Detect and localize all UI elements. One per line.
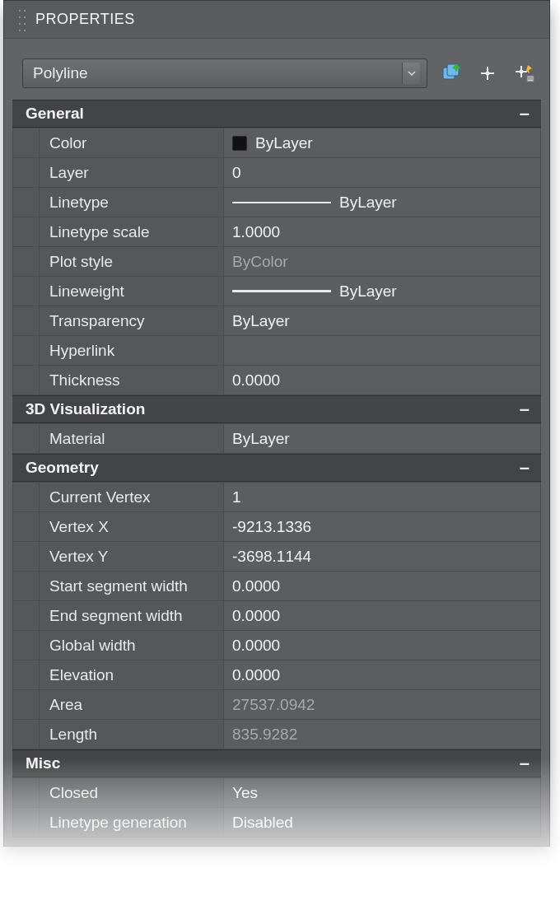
prop-label: Current Vertex	[40, 483, 224, 511]
row-hyperlink[interactable]: Hyperlink	[13, 335, 540, 365]
prop-value[interactable]: -3698.1144	[224, 542, 540, 571]
svg-rect-2	[486, 72, 489, 75]
prop-value[interactable]: Yes	[224, 778, 540, 807]
row-plotstyle[interactable]: Plot style ByColor	[13, 246, 540, 276]
prop-label: Material	[40, 424, 224, 453]
row-closed[interactable]: Closed Yes	[13, 777, 540, 807]
section-header-misc[interactable]: Misc –	[12, 749, 541, 777]
section-header-general[interactable]: General –	[12, 100, 541, 128]
properties-panel: PROPERTIES Polyline	[3, 0, 550, 847]
row-current-vertex[interactable]: Current Vertex 1	[13, 482, 540, 511]
section-rows-geometry: Current Vertex 1 Vertex X -9213.1336 Ver…	[12, 482, 541, 749]
row-color[interactable]: Color ByLayer	[13, 128, 540, 157]
row-vertex-x[interactable]: Vertex X -9213.1336	[13, 511, 540, 541]
prop-label: Vertex Y	[40, 542, 224, 571]
color-swatch-icon	[232, 136, 247, 151]
prop-value[interactable]: 0.0000	[224, 366, 540, 394]
row-transparency[interactable]: Transparency ByLayer	[13, 306, 540, 335]
prop-label: Linetype scale	[40, 217, 224, 246]
prop-value[interactable]: ByLayer	[224, 128, 540, 157]
row-ltgen[interactable]: Linetype generation Disabled	[13, 807, 540, 837]
row-elevation[interactable]: Elevation 0.0000	[13, 660, 540, 689]
prop-label: End segment width	[40, 601, 224, 630]
section-title: Geometry	[26, 459, 99, 477]
quick-select-button[interactable]	[511, 61, 536, 86]
prop-value[interactable]: -9213.1336	[224, 512, 540, 541]
prop-value: 27537.0942	[224, 690, 540, 719]
row-linetype[interactable]: Linetype ByLayer	[13, 187, 540, 217]
collapse-icon[interactable]: –	[520, 457, 530, 478]
prop-value[interactable]: 0.0000	[224, 572, 540, 600]
prop-value[interactable]: 0	[224, 158, 540, 187]
prop-label: Linetype	[40, 188, 224, 217]
prop-label: Vertex X	[40, 512, 224, 541]
prop-label: Layer	[40, 158, 224, 187]
prop-value[interactable]: ByLayer	[224, 277, 540, 306]
row-thickness[interactable]: Thickness 0.0000	[13, 365, 540, 394]
collapse-icon[interactable]: –	[520, 753, 530, 774]
prop-label: Length	[40, 720, 224, 749]
prop-label: Plot style	[40, 247, 224, 276]
properties-body: General – Color ByLayer Layer 0 Linetype	[4, 100, 549, 846]
row-end-seg-width[interactable]: End segment width 0.0000	[13, 600, 540, 630]
prop-value[interactable]: 1.0000	[224, 217, 540, 246]
prop-value[interactable]: 0.0000	[224, 631, 540, 660]
prop-value[interactable]: ByLayer	[224, 424, 540, 453]
prop-label: Closed	[40, 778, 224, 807]
section-title: General	[26, 105, 84, 123]
prop-value[interactable]: ByLayer	[224, 188, 540, 217]
prop-value[interactable]: Disabled	[224, 808, 540, 837]
prop-value[interactable]	[224, 336, 540, 365]
object-type-value: Polyline	[33, 64, 88, 82]
row-lineweight[interactable]: Lineweight ByLayer	[13, 276, 540, 306]
prop-label: Thickness	[40, 366, 224, 394]
prop-value[interactable]: 0.0000	[224, 601, 540, 630]
lineweight-preview-icon	[232, 290, 331, 292]
object-type-dropdown[interactable]: Polyline	[22, 58, 427, 88]
section-title: Misc	[26, 754, 60, 772]
row-vertex-y[interactable]: Vertex Y -3698.1144	[13, 541, 540, 571]
section-rows-general: Color ByLayer Layer 0 Linetype ByLayer	[12, 128, 541, 395]
row-global-width[interactable]: Global width 0.0000	[13, 630, 540, 660]
row-ltscale[interactable]: Linetype scale 1.0000	[13, 217, 540, 246]
collapse-icon[interactable]: –	[520, 103, 530, 124]
select-objects-button[interactable]	[475, 61, 500, 86]
section-rows-3dviz: Material ByLayer	[12, 423, 541, 454]
panel-header: PROPERTIES	[4, 1, 549, 39]
prop-value[interactable]: 0.0000	[224, 660, 540, 689]
prop-label: Lineweight	[40, 277, 224, 306]
panel-title: PROPERTIES	[4, 1, 549, 39]
linetype-preview-icon	[232, 202, 331, 203]
svg-rect-3	[520, 70, 523, 73]
prop-label: Transparency	[40, 306, 224, 335]
prop-label: Elevation	[40, 660, 224, 689]
row-area: Area 27537.0942	[13, 689, 540, 719]
prop-label: Global width	[40, 631, 224, 660]
section-header-geometry[interactable]: Geometry –	[12, 454, 541, 482]
prop-label: Start segment width	[40, 572, 224, 600]
section-header-3dviz[interactable]: 3D Visualization –	[12, 395, 541, 423]
collapse-icon[interactable]: –	[520, 399, 530, 420]
prop-label: Hyperlink	[40, 336, 224, 365]
section-rows-misc: Closed Yes Linetype generation Disabled	[12, 777, 541, 838]
row-material[interactable]: Material ByLayer	[13, 423, 540, 453]
prop-value: 835.9282	[224, 720, 540, 749]
prop-value[interactable]: ByLayer	[224, 306, 540, 335]
section-title: 3D Visualization	[26, 400, 145, 418]
row-layer[interactable]: Layer 0	[13, 157, 540, 187]
toolbar: Polyline	[4, 39, 549, 100]
toggle-pickadd-button[interactable]	[439, 61, 464, 86]
prop-value[interactable]: 1	[224, 483, 540, 511]
dropdown-arrow-icon[interactable]	[402, 63, 420, 84]
prop-label: Area	[40, 690, 224, 719]
row-length: Length 835.9282	[13, 719, 540, 749]
drag-grip-icon[interactable]	[17, 8, 27, 31]
prop-label: Color	[40, 128, 224, 157]
prop-value: ByColor	[224, 247, 540, 276]
prop-label: Linetype generation	[40, 808, 224, 837]
row-start-seg-width[interactable]: Start segment width 0.0000	[13, 571, 540, 600]
